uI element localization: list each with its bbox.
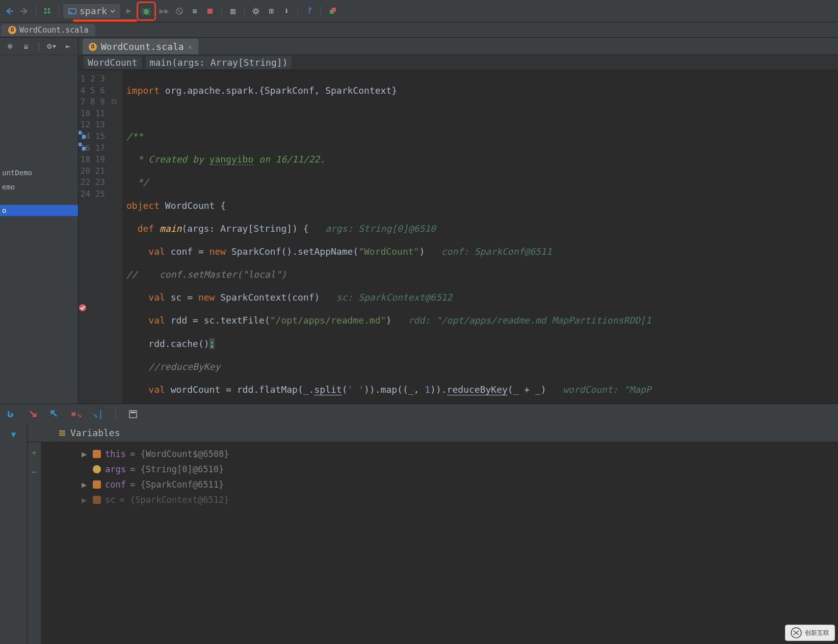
variable-row[interactable]: args = {String[0]@6510} [82, 462, 229, 477]
lines-icon[interactable]: ≡ [188, 4, 202, 18]
svg-rect-11 [78, 131, 82, 135]
svg-rect-0 [44, 8, 46, 10]
watermark-text: 创新互联 [805, 629, 829, 637]
scala-file-icon: O [8, 26, 16, 34]
run-configuration-dropdown[interactable]: spark [63, 4, 120, 18]
plugin-icon[interactable] [325, 4, 339, 18]
svg-point-8 [254, 10, 257, 13]
svg-rect-17 [130, 412, 136, 413]
gear-icon[interactable]: ⚙▾ [46, 39, 58, 53]
breadcrumb-file[interactable]: O WordCount.scala [1, 24, 95, 36]
crumb-method[interactable]: main(args: Array[String]) [146, 56, 292, 69]
target-icon[interactable]: ⊕ [4, 39, 16, 53]
var-value: = {WordCount$@6508} [130, 446, 229, 462]
collapse-icon[interactable]: ⇊ [20, 39, 33, 53]
svg-point-15 [79, 304, 86, 311]
close-icon[interactable]: ✕ [188, 43, 192, 51]
add-watch-icon[interactable]: + [27, 445, 41, 460]
tree-item[interactable]: untDemo [0, 167, 78, 178]
var-name: conf [105, 477, 126, 492]
debug-step-toolbar: ✖↘ ↘| [0, 404, 838, 424]
run-button[interactable] [121, 4, 136, 18]
hide-icon[interactable]: ⇤ [62, 39, 74, 53]
var-icon [93, 450, 101, 458]
variables-title: Variables [70, 427, 120, 438]
main-toolbar: spark ▶▶ ≡ ▥ ⊞ ⬇ ? [0, 0, 838, 22]
stop2-button[interactable] [172, 4, 187, 18]
coverage-button[interactable]: ▶▶ [157, 4, 171, 18]
variable-row[interactable]: ▶ sc = {SparkContext@6512} [82, 492, 229, 507]
crumb-class[interactable]: WordCount [84, 56, 142, 69]
evaluate-icon[interactable] [126, 407, 140, 421]
var-name: this [105, 446, 126, 462]
editor-breadcrumb[interactable]: WordCount main(args: Array[String]) [78, 55, 838, 70]
debug-button-highlight [137, 2, 156, 21]
tree-item[interactable]: emo [0, 181, 78, 193]
editor-tab[interactable]: O WordCount.scala ✕ [83, 39, 198, 55]
run-config-label: spark [80, 6, 107, 16]
svg-point-5 [144, 9, 149, 15]
expand-icon[interactable]: ▶ [82, 477, 89, 492]
svg-rect-14 [82, 147, 86, 150]
step-over-icon[interactable] [5, 407, 19, 421]
var-value: = {SparkConf@6511} [130, 477, 224, 492]
debug-side-rail: ▼ [0, 424, 28, 644]
gutter[interactable]: 1 2 3 4 5 6 7 8 9 10 11 12 13 14 15 16 1… [78, 70, 122, 404]
make-button[interactable] [40, 4, 55, 18]
svg-rect-10 [332, 8, 336, 12]
forward-button[interactable] [17, 4, 32, 18]
var-icon [93, 496, 101, 504]
project-tool-window: ⊕ ⇊ | ⚙▾ ⇤ untDemo emo o [0, 38, 78, 404]
fold-icon[interactable] [107, 96, 117, 106]
svg-rect-2 [44, 12, 46, 14]
editor-tab-label: WordCount.scala [101, 41, 184, 52]
remove-watch-icon[interactable]: − [27, 465, 41, 479]
step-into-icon[interactable] [27, 407, 41, 421]
var-value: = {SparkContext@6512} [119, 492, 229, 507]
step-out-icon[interactable] [48, 407, 62, 421]
structure-icon[interactable]: ⊞ [264, 4, 278, 18]
svg-point-4 [69, 12, 71, 14]
layout-icon[interactable]: ▥ [226, 4, 240, 18]
filter-icon[interactable]: ▼ [7, 427, 21, 441]
highlight-underline [73, 19, 137, 22]
tree-item[interactable]: o [0, 205, 78, 216]
breadcrumb-file-label: WordCount.scala [19, 25, 88, 35]
var-value: = {String[0]@6510} [130, 462, 224, 477]
project-tree[interactable]: untDemo emo o [0, 55, 78, 404]
stop-button[interactable] [203, 4, 217, 18]
code-editor[interactable]: 1 2 3 4 5 6 7 8 9 10 11 12 13 14 15 16 1… [78, 70, 838, 404]
debug-button[interactable] [139, 4, 153, 18]
breakpoint-icon[interactable] [78, 304, 87, 314]
force-step-icon[interactable]: ✖↘ [69, 407, 84, 421]
download-icon[interactable]: ⬇ [279, 4, 294, 18]
expand-icon[interactable]: ▶ [82, 492, 89, 507]
help-icon[interactable]: ? [302, 4, 317, 18]
back-button[interactable] [2, 4, 16, 18]
watermark: 创新互联 [785, 625, 835, 641]
run-gutter-icon[interactable] [78, 142, 87, 152]
nav-breadcrumb: O WordCount.scala [0, 22, 838, 38]
editor-tabs: O WordCount.scala ✕ [78, 38, 838, 55]
code-lines[interactable]: import org.apache.spark.{SparkConf, Spar… [122, 70, 838, 404]
var-name: sc [105, 492, 115, 507]
variable-row[interactable]: ▶ this = {WordCount$@6508} [82, 446, 229, 462]
debug-tool-window: ✖↘ ↘| ▼ Variables + − ▶ [0, 404, 838, 644]
variables-header[interactable]: Variables [28, 424, 838, 442]
svg-rect-12 [82, 135, 86, 139]
expand-icon[interactable]: ▶ [82, 446, 89, 462]
svg-rect-13 [78, 143, 82, 146]
svg-rect-1 [48, 8, 50, 10]
variable-row[interactable]: ▶ conf = {SparkConf@6511} [82, 477, 229, 492]
var-icon [93, 480, 101, 489]
run-gutter-icon[interactable] [78, 130, 87, 141]
svg-rect-7 [207, 9, 213, 14]
variables-tree[interactable]: ▶ this = {WordCount$@6508} args = {Strin… [41, 442, 229, 644]
settings-icon[interactable] [249, 4, 263, 18]
run-to-cursor-icon[interactable]: ↘| [91, 407, 105, 421]
var-icon [93, 465, 101, 473]
scala-file-icon: O [89, 43, 97, 51]
var-name: args [105, 462, 126, 477]
